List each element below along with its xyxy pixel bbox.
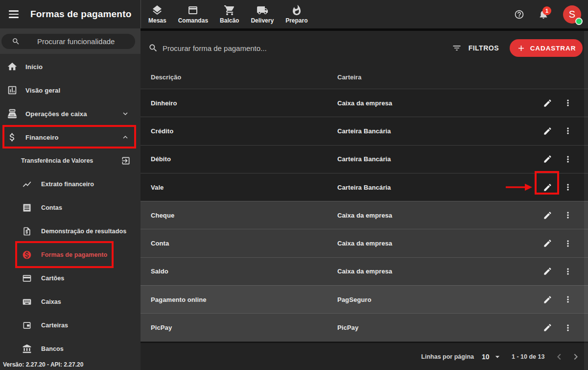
sidebar-subitem-bancos[interactable]: Bancos (0, 337, 141, 361)
more-options-button[interactable] (562, 181, 574, 193)
exit-icon (121, 156, 131, 166)
edit-button[interactable] (541, 294, 553, 305)
register-button[interactable]: CADASTRAR (510, 39, 583, 57)
previous-page-button[interactable] (553, 351, 565, 363)
edit-button[interactable] (541, 209, 553, 221)
row-actions (541, 322, 574, 334)
sidebar-subitem-contas[interactable]: Contas (0, 196, 141, 220)
chevron-left-icon (553, 351, 565, 363)
sidebar-item-transferencia-de-valores[interactable]: Transferência de Valores (0, 149, 141, 173)
edit-icon (543, 99, 552, 108)
notifications-badge: 1 (542, 6, 551, 15)
table-row[interactable]: Dinheiro Caixa da empresa (141, 89, 588, 117)
notifications-button[interactable]: 1 (538, 8, 549, 20)
sidebar-header: Formas de pagamento (0, 0, 141, 28)
cell-carteira: Carteira Bancária (337, 127, 541, 135)
edit-button[interactable] (541, 97, 553, 109)
sidebar-subitem-demonstracao-de-resultados[interactable]: Demonstração de resultados (0, 220, 141, 243)
edit-button[interactable] (541, 238, 553, 249)
table-row[interactable]: Crédito Carteira Bancária (141, 117, 588, 145)
sidebar-subitem-icon-box (22, 297, 32, 307)
table-body: Dinheiro Caixa da empresa Crédito Cartei… (141, 89, 588, 342)
filters-button-label: FILTROS (469, 44, 499, 52)
sidebar-subitem-carteiras[interactable]: Carteiras (0, 314, 141, 337)
more-options-button[interactable] (562, 322, 574, 334)
sidebar-subitem-label: Demonstração de resultados (41, 228, 126, 235)
menu-icon[interactable] (9, 10, 19, 18)
table-row[interactable]: Pagamento online PagSeguro (141, 285, 588, 313)
payment-methods-table: Descrição Carteira Dinheiro Caixa da emp… (141, 65, 588, 342)
row-actions (541, 181, 574, 193)
more-options-button[interactable] (562, 238, 574, 249)
sidebar-item-icon-box (6, 84, 18, 96)
sidebar-subitem-formas-de-pagamento[interactable]: Formas de pagamento (0, 243, 141, 267)
sidebar-item-inicio[interactable]: Início (0, 55, 141, 78)
topbar-nav: Mesas Comandas Balcão Delivery Preparo (142, 0, 313, 28)
sidebar-search-placeholder: Procurar funcionalidade (37, 34, 115, 49)
sidebar-item-financeiro[interactable]: Financeiro (0, 125, 141, 149)
sidebar-item-visao-geral[interactable]: Visão geral (0, 78, 141, 102)
cell-descricao: PicPay (141, 324, 337, 331)
sidebar-menu: Início Visão geral Operações de caixa Fi… (0, 54, 141, 361)
chart-icon (7, 85, 18, 96)
next-page-button[interactable] (570, 351, 582, 363)
sidebar-subitem-caixas[interactable]: Caixas (0, 290, 141, 314)
sidebar-item-label: Início (25, 63, 43, 71)
table-row[interactable]: Cheque Caixa da empresa (141, 201, 588, 229)
avatar[interactable]: S (563, 5, 581, 24)
table-row[interactable]: Saldo Caixa da empresa (141, 257, 588, 285)
more-options-button[interactable] (562, 153, 574, 165)
sidebar-subitem-icon-box (22, 321, 32, 330)
more-options-button[interactable] (562, 266, 574, 277)
topnav-item-comandas[interactable]: Comandas (172, 0, 214, 28)
topnav-item-mesas[interactable]: Mesas (142, 0, 172, 28)
sidebar: Formas de pagamento Procurar funcionalid… (0, 0, 141, 370)
more-vert-icon (563, 267, 573, 276)
sidebar-subitem-cartoes[interactable]: Cartões (0, 267, 141, 290)
chevron-down-icon (121, 109, 130, 118)
edit-button[interactable] (541, 266, 553, 277)
more-options-button[interactable] (562, 97, 574, 109)
sidebar-subitem-label: Carteiras (41, 322, 68, 329)
edit-button[interactable] (541, 322, 553, 334)
rows-per-page-select[interactable]: 10 (482, 352, 502, 362)
table-row[interactable]: Débito Carteira Bancária (141, 145, 588, 173)
topnav-item-preparo[interactable]: Preparo (280, 0, 313, 28)
more-options-button[interactable] (562, 125, 574, 137)
column-header-descricao: Descrição (141, 74, 337, 81)
edit-button[interactable] (541, 153, 553, 165)
cell-descricao: Dinheiro (141, 99, 337, 107)
topnav-item-balcao[interactable]: Balcão (214, 0, 245, 28)
topnav-item-label: Preparo (285, 17, 307, 24)
edit-button[interactable] (541, 181, 553, 193)
more-options-button[interactable] (562, 294, 574, 305)
sidebar-subitem-extrato-financeiro[interactable]: Extrato financeiro (0, 173, 141, 196)
version-label: Versão: 2.27.20 - API: 2.27.20 (3, 361, 83, 368)
topnav-item-delivery[interactable]: Delivery (245, 0, 280, 28)
row-actions (541, 238, 574, 249)
filters-button[interactable]: FILTROS (452, 43, 499, 53)
more-vert-icon (563, 98, 573, 108)
search-icon (12, 37, 20, 46)
more-options-button[interactable] (562, 209, 574, 221)
sidebar-search-input[interactable]: Procurar funcionalidade (1, 34, 135, 49)
edit-button[interactable] (541, 125, 553, 137)
help-button[interactable] (513, 8, 525, 20)
topbar: Mesas Comandas Balcão Delivery Preparo 1… (141, 0, 588, 28)
edit-icon (543, 295, 552, 304)
help-icon (514, 9, 524, 20)
online-status-dot (575, 18, 583, 25)
sidebar-item-icon-box (6, 131, 18, 143)
table-row[interactable]: PicPay PicPay (141, 313, 588, 341)
table-row[interactable]: Vale Carteira Bancária (141, 173, 588, 201)
more-vert-icon (563, 126, 573, 136)
edit-icon (543, 154, 552, 164)
table-row[interactable]: Conta Caixa da empresa (141, 229, 588, 257)
comanda-icon (187, 4, 199, 16)
more-vert-icon (563, 323, 573, 333)
sidebar-item-operacoes-de-caixa[interactable]: Operações de caixa (0, 102, 141, 125)
more-vert-icon (563, 239, 573, 248)
sidebar-item-label: Transferência de Valores (21, 157, 93, 164)
topnav-item-label: Comandas (178, 17, 208, 24)
table-search-input[interactable]: Procurar forma de pagamento... (163, 44, 267, 52)
